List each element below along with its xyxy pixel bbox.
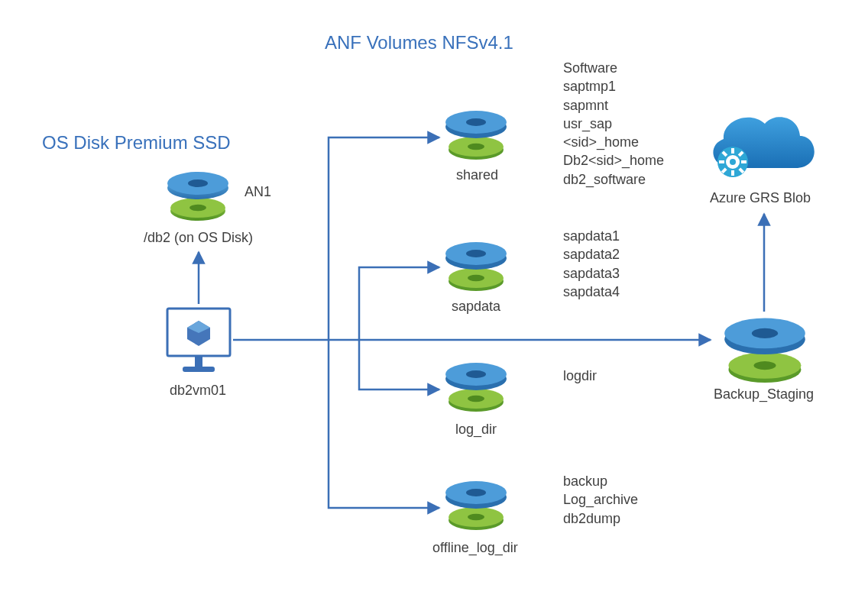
svg-rect-45: [731, 170, 734, 176]
anf-sapdata-name: sapdata: [452, 298, 500, 315]
anf-logdir-icon: [442, 359, 510, 414]
anf-shared-name: shared: [456, 166, 498, 184]
title-os-disk: OS Disk Premium SSD: [42, 132, 231, 154]
svg-rect-44: [731, 148, 734, 154]
svg-point-43: [730, 159, 736, 165]
os-disk-path: /db2 (on OS Disk): [144, 229, 253, 247]
svg-point-34: [466, 489, 486, 496]
svg-point-28: [466, 370, 486, 378]
azure-blob-name: Azure GRS Blob: [710, 189, 811, 207]
connector-lines: [0, 0, 868, 598]
anf-shared-icon: [442, 107, 510, 162]
svg-point-5: [188, 179, 208, 187]
svg-rect-9: [195, 356, 202, 367]
svg-rect-46: [719, 160, 724, 163]
os-disk-note: AN1: [245, 183, 271, 201]
anf-offlinelogdir-name: offline_log_dir: [432, 539, 518, 557]
vm-icon: [164, 305, 233, 378]
svg-point-2: [189, 205, 206, 211]
svg-point-37: [753, 361, 776, 370]
svg-rect-47: [741, 160, 747, 163]
anf-offlinelogdir-contents: backupLog_archivedb2dump: [563, 472, 638, 528]
svg-point-13: [468, 144, 484, 150]
title-anf-volumes: ANF Volumes NFSv4.1: [325, 32, 513, 53]
svg-point-19: [468, 275, 484, 281]
svg-point-25: [468, 396, 484, 402]
backup-staging-icon: [715, 313, 815, 386]
anf-shared-contents: Softwaresaptmp1sapmntusr_sap<sid>_homeDb…: [563, 59, 664, 189]
anf-logdir-name: log_dir: [455, 421, 497, 438]
vm-name: db2vm01: [170, 382, 226, 399]
backup-staging-name: Backup_Staging: [714, 386, 814, 403]
os-disk-icon: [164, 168, 232, 223]
anf-logdir-contents: logdir: [563, 367, 597, 385]
svg-rect-10: [183, 367, 215, 372]
anf-sapdata-contents: sapdata1sapdata2sapdata3sapdata4: [563, 227, 620, 301]
anf-sapdata-icon: [442, 238, 510, 293]
svg-point-31: [468, 514, 484, 520]
svg-point-16: [466, 118, 486, 126]
anf-offlinelogdir-icon: [442, 477, 510, 532]
svg-point-22: [466, 250, 486, 257]
svg-point-40: [752, 328, 778, 338]
azure-blob-cloud-icon: [699, 99, 821, 183]
